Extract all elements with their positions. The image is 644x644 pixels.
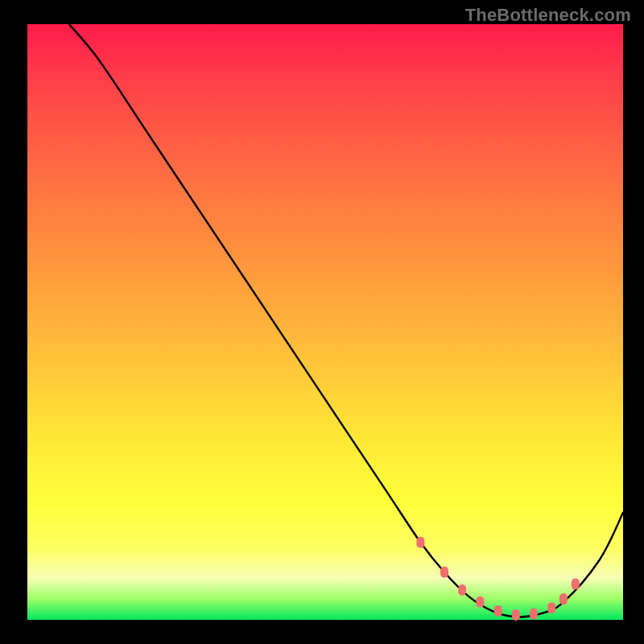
- marker-dot: [547, 602, 555, 613]
- watermark-text: TheBottleneck.com: [465, 5, 631, 26]
- marker-dot: [476, 597, 484, 608]
- chart-line: [69, 24, 623, 617]
- marker-dot: [572, 579, 580, 590]
- marker-dot: [440, 567, 448, 578]
- marker-dot: [512, 609, 520, 621]
- marker-dot: [416, 537, 424, 548]
- marker-dot: [458, 584, 466, 596]
- chart-svg: [27, 24, 623, 620]
- plot-area: [27, 24, 623, 620]
- marker-dot: [530, 609, 538, 620]
- highlight-markers: [416, 537, 579, 621]
- chart-frame: TheBottleneck.com: [0, 0, 644, 644]
- marker-dot: [494, 605, 502, 617]
- marker-dot: [559, 593, 568, 605]
